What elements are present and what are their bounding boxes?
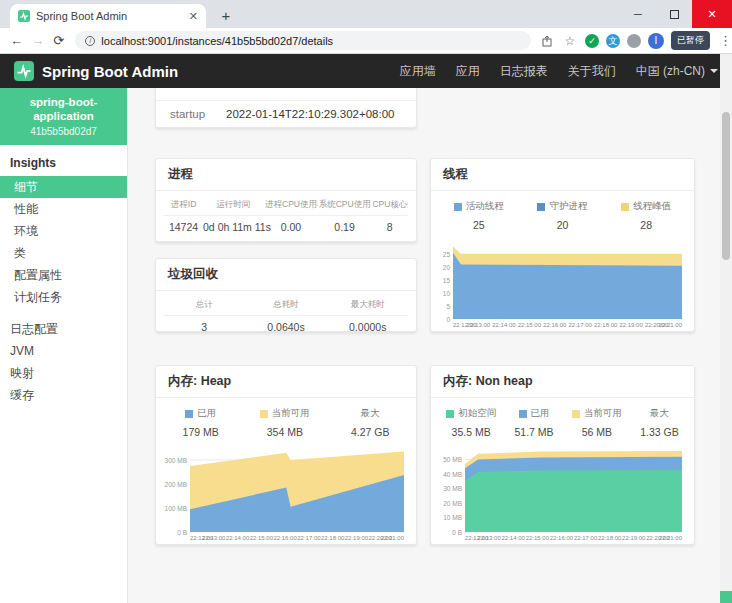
- app-brand-title[interactable]: Spring Boot Admin: [42, 63, 400, 80]
- tab-close-icon[interactable]: ✕: [189, 10, 198, 23]
- process-table: 进程ID运行时间进程CPU使用率系统CPU使用率CPU核心数147240d 0h…: [156, 191, 416, 242]
- tab-title: Spring Boot Admin: [36, 10, 183, 22]
- process-card-title: 进程: [156, 159, 416, 191]
- column-header: 系统CPU使用率: [318, 196, 372, 216]
- startup-card: startup 2022-01-14T22:10:29.302+08:00: [155, 88, 417, 128]
- browser-tab[interactable]: Spring Boot Admin ✕: [10, 4, 206, 28]
- back-button[interactable]: ←: [6, 33, 27, 48]
- forward-button[interactable]: →: [27, 33, 48, 48]
- heap-card-title: 内存: Heap: [156, 366, 416, 398]
- legend-label: 已用: [197, 407, 216, 420]
- legend-value: 354 MB: [260, 426, 310, 438]
- legend-item: 最大4.27 GB: [351, 407, 390, 438]
- legend-item-top: 当前可用: [572, 407, 622, 420]
- favicon-icon: [18, 10, 30, 22]
- refresh-button[interactable]: ⟳: [48, 33, 69, 48]
- svg-text:300 MB: 300 MB: [165, 457, 187, 464]
- cell-value: 3: [164, 316, 245, 332]
- sidebar-item[interactable]: 类: [0, 242, 127, 264]
- profile-avatar[interactable]: I: [648, 33, 664, 49]
- sidebar-item[interactable]: 配置属性: [0, 264, 127, 286]
- locale-label: 中国 (zh-CN): [636, 63, 705, 80]
- svg-text:22:15:00: 22:15:00: [518, 322, 542, 328]
- nav-item-2[interactable]: 日志报表: [500, 63, 548, 80]
- sidebar-item[interactable]: 计划任务: [0, 286, 127, 308]
- svg-text:50 MB: 50 MB: [443, 456, 462, 463]
- paused-badge[interactable]: 已暂停: [671, 31, 710, 50]
- sidebar-item[interactable]: 环境: [0, 220, 127, 242]
- legend-item: 守护进程20: [537, 200, 587, 231]
- url-field[interactable]: i localhost:9001/instances/41b5b5bd02d7/…: [75, 31, 531, 50]
- sidebar-item[interactable]: 映射: [0, 362, 127, 384]
- cell-value: 8: [371, 216, 408, 233]
- threads-legend: 活动线程25守护进程20线程峰值28: [431, 191, 694, 235]
- startup-label: startup: [170, 108, 226, 120]
- column-header: 运行时间: [203, 196, 264, 216]
- legend-item-top: 守护进程: [537, 200, 587, 213]
- svg-text:100 MB: 100 MB: [165, 505, 187, 512]
- browser-menu-icon[interactable]: ⋮: [719, 33, 732, 48]
- new-tab-button[interactable]: +: [214, 4, 238, 28]
- column-header: CPU核心数: [371, 196, 408, 216]
- main-content: startup 2022-01-14T22:10:29.302+08:00 进程…: [128, 88, 722, 603]
- svg-text:0 B: 0 B: [452, 529, 462, 536]
- scrollbar-track[interactable]: [720, 54, 732, 603]
- legend-item: 初始空间35.5 MB: [446, 407, 496, 438]
- window-close-button[interactable]: ✕: [692, 0, 732, 28]
- scrollbar-thumb[interactable]: [722, 112, 730, 260]
- window-maximize-button[interactable]: [656, 0, 692, 28]
- gc-card: 垃圾回收 总计总耗时最大耗时30.0640s0.0000s: [155, 258, 417, 332]
- instance-app-name: spring-boot-application: [0, 95, 127, 124]
- sidebar-group-insights: Insights: [0, 145, 127, 176]
- legend-swatch-icon: [185, 410, 193, 418]
- sidebar-item[interactable]: 缓存: [0, 384, 127, 406]
- nav-item-0[interactable]: 应用墙: [400, 63, 436, 80]
- legend-item: 已用179 MB: [183, 407, 219, 438]
- app-logo-icon: [14, 61, 34, 81]
- scroll-corner-button[interactable]: [720, 591, 732, 603]
- locale-dropdown[interactable]: 中国 (zh-CN): [636, 63, 718, 80]
- cell-value: 0.19: [318, 216, 372, 233]
- svg-text:22:13:00: 22:13:00: [477, 535, 501, 541]
- svg-text:22:15:00: 22:15:00: [250, 535, 274, 541]
- legend-swatch-icon: [519, 410, 527, 418]
- column-header: 最大耗时: [327, 296, 408, 316]
- nav-item-3[interactable]: 关于我们: [568, 63, 616, 80]
- svg-text:22:14:00: 22:14:00: [226, 535, 250, 541]
- site-info-icon[interactable]: i: [85, 36, 95, 46]
- svg-text:22:19:00: 22:19:00: [345, 535, 369, 541]
- instance-block: spring-boot-application 41b5b5bd02d7: [0, 88, 127, 145]
- sidebar-top-items: 日志配置JVM映射缓存: [0, 318, 127, 406]
- window-minimize-button[interactable]: ─: [620, 0, 656, 28]
- instance-id: 41b5b5bd02d7: [0, 126, 127, 137]
- legend-item: 活动线程25: [454, 200, 504, 231]
- threads-chart: 051015202522:12:0022:13:0022:14:0022:15:…: [435, 238, 686, 328]
- svg-text:22:17:00: 22:17:00: [574, 535, 598, 541]
- legend-swatch-icon: [621, 203, 629, 211]
- cell-value: 14724: [164, 216, 203, 233]
- svg-text:0 B: 0 B: [177, 529, 187, 536]
- gc-card-title: 垃圾回收: [156, 259, 416, 291]
- svg-text:200 MB: 200 MB: [165, 481, 187, 488]
- svg-text:20 MB: 20 MB: [443, 500, 462, 507]
- bookmark-star-icon[interactable]: ☆: [562, 33, 578, 49]
- threads-card-title: 线程: [431, 159, 694, 191]
- legend-swatch-icon: [260, 410, 268, 418]
- share-icon[interactable]: [539, 33, 555, 49]
- extension-translate-icon[interactable]: 文: [606, 34, 620, 48]
- nav-item-1[interactable]: 应用: [456, 63, 480, 80]
- heap-chart: 0 B100 MB200 MB300 MB22:12:0022:13:0022:…: [160, 445, 408, 541]
- extensions-puzzle-icon[interactable]: [627, 34, 641, 48]
- sidebar-item[interactable]: 日志配置: [0, 318, 127, 340]
- svg-text:20: 20: [443, 264, 451, 271]
- browser-tabstrip: Spring Boot Admin ✕ + ─ ✕: [0, 0, 732, 28]
- extension-adblock-icon[interactable]: ✓: [585, 34, 599, 48]
- cell-value: 0d 0h 11m 11s: [203, 216, 264, 233]
- sidebar-item[interactable]: JVM: [0, 340, 127, 362]
- cell-value: 0.00: [264, 216, 318, 233]
- sidebar-item[interactable]: 细节: [0, 176, 127, 198]
- legend-item-top: 已用: [183, 407, 219, 420]
- sidebar: spring-boot-application 41b5b5bd02d7 Ins…: [0, 88, 128, 603]
- screen: Spring Boot Admin ✕ + ─ ✕ ← → ⟳ i localh…: [0, 0, 732, 603]
- sidebar-item[interactable]: 性能: [0, 198, 127, 220]
